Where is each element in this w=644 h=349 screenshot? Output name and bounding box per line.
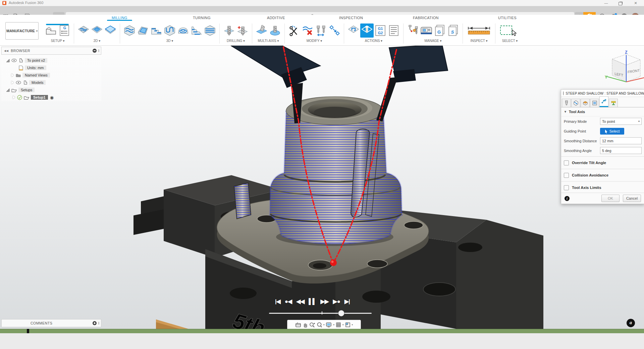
setup-sheet-icon[interactable] — [387, 23, 400, 38]
dialog-tab-passes-icon[interactable] — [590, 99, 599, 107]
post-process-icon[interactable]: G1 G2 — [374, 23, 387, 38]
smoothing-angle-input[interactable]: 5 deg — [600, 147, 642, 154]
pan-icon[interactable] — [303, 322, 308, 328]
machine-library-icon[interactable] — [420, 23, 433, 38]
tree-label[interactable]: Units: mm — [25, 65, 46, 70]
tool-axis-limits-checkbox[interactable] — [564, 185, 569, 190]
tab-additive[interactable]: ADDITIVE — [267, 16, 285, 20]
active-setup-radio-icon[interactable]: ◉ — [50, 95, 54, 100]
replace-tool-icon[interactable] — [314, 23, 328, 38]
simulate-icon[interactable] — [360, 23, 374, 38]
tree-label-selected[interactable]: Setup1 — [31, 95, 48, 100]
assistant-icon[interactable]: a — [627, 319, 635, 327]
dialog-title-bar[interactable]: STEEP AND SHALLOW : STEEP AND SHALLOW — [561, 90, 644, 97]
3d-spiral-icon[interactable] — [176, 23, 190, 38]
tab-fabrication[interactable]: FABRICATION — [413, 16, 439, 20]
workspace-selector[interactable]: MANUFACTURE▾ — [5, 22, 39, 40]
sim-next-operation-button[interactable]: ▶● — [333, 298, 340, 305]
3d-parallel-icon[interactable] — [150, 23, 163, 38]
viewports-caret[interactable]: ▾ — [352, 323, 353, 326]
expander-icon[interactable] — [13, 96, 15, 99]
generate-toolpath-icon[interactable] — [347, 23, 360, 38]
orbit-icon[interactable] — [295, 322, 301, 328]
tree-row-models[interactable]: Models — [6, 79, 101, 86]
expander-icon[interactable] — [11, 73, 14, 77]
simulation-timeline-handle[interactable] — [338, 310, 344, 316]
tree-row-named-views[interactable]: Named Views — [6, 71, 101, 79]
comments-grip[interactable]: ‖ — [98, 321, 100, 325]
browser-header[interactable]: ◀◀ BROWSER ‖ — [1, 47, 101, 55]
drill-add-icon[interactable] — [236, 23, 249, 38]
simulation-timeline-track[interactable] — [269, 313, 372, 314]
timeline-progress-bar[interactable] — [0, 329, 644, 334]
smoothing-distance-input[interactable]: 12 mm — [600, 137, 642, 144]
dialog-tab-geometry-icon[interactable] — [571, 99, 580, 107]
3d-steep-shallow-icon[interactable] — [163, 23, 176, 38]
fit-icon[interactable] — [317, 322, 322, 328]
guiding-point-select-button[interactable]: Select — [600, 128, 624, 135]
dialog-tab-tool-axis-icon[interactable] — [599, 96, 608, 107]
tree-row-units[interactable]: Units: mm — [6, 64, 101, 71]
2d-face-icon[interactable] — [77, 23, 90, 38]
viewports-icon[interactable] — [345, 322, 351, 328]
dialog-tab-linking-icon[interactable] — [609, 99, 618, 107]
sim-forward-button[interactable]: ▶▶ — [320, 298, 328, 305]
visibility-eye-icon[interactable] — [16, 81, 21, 84]
tree-label[interactable]: To point v2 — [25, 58, 47, 63]
tree-row-setups[interactable]: Setups — [6, 86, 101, 94]
visibility-eye-icon[interactable] — [11, 59, 17, 62]
grid-caret[interactable]: ▾ — [342, 323, 344, 326]
tree-row-document[interactable]: To point v2 — [6, 57, 101, 64]
tool-axis-section-header[interactable]: ▼Tool Axis — [561, 107, 644, 116]
viewcube[interactable]: Z Y X LEFT FRONT — [602, 50, 644, 88]
tree-label[interactable]: Models — [29, 80, 46, 85]
cancel-button[interactable]: Cancel — [623, 195, 641, 202]
tab-milling[interactable]: MILLING — [112, 16, 127, 20]
3d-scallop-icon[interactable] — [203, 23, 217, 38]
template-library-icon[interactable]: S — [446, 23, 460, 38]
primary-mode-dropdown[interactable]: To point▾ — [600, 118, 642, 125]
sim-prev-operation-button[interactable]: ●◀ — [285, 298, 292, 305]
sim-pause-button[interactable]: ▌▌ — [309, 298, 316, 305]
close-button[interactable]: ✕ — [630, 0, 641, 6]
post-library-icon[interactable]: G — [433, 23, 446, 38]
move-toolpath-icon[interactable] — [328, 23, 341, 38]
delete-toolpath-icon[interactable] — [301, 23, 314, 38]
flow-icon[interactable] — [268, 23, 282, 38]
collapse-browser-icon[interactable]: ◀◀ — [4, 49, 8, 52]
3d-adaptive-icon[interactable] — [123, 23, 136, 38]
3d-pocket-icon[interactable] — [136, 23, 150, 38]
sim-go-start-button[interactable]: |◀ — [275, 298, 280, 305]
tab-inspection[interactable]: INSPECTION — [339, 16, 363, 20]
browser-minimize-icon[interactable] — [93, 49, 97, 53]
measure-icon[interactable] — [466, 23, 492, 38]
layout-grid-icon[interactable] — [336, 322, 341, 328]
expander-icon[interactable] — [11, 81, 14, 84]
comments-header[interactable]: COMMENTS ‖ — [1, 319, 101, 327]
display-settings-icon[interactable] — [326, 322, 332, 328]
comments-expand-icon[interactable] — [93, 321, 97, 325]
timeline-position-marker[interactable] — [27, 329, 29, 333]
swarf-icon[interactable] — [255, 23, 268, 38]
2d-contour-icon[interactable] — [104, 23, 117, 38]
collision-avoidance-checkbox[interactable] — [564, 173, 569, 178]
window-select-icon[interactable] — [498, 23, 522, 38]
ok-button[interactable]: OK — [601, 195, 620, 202]
override-tilt-angle-checkbox[interactable] — [564, 160, 569, 165]
minimize-button[interactable]: — — [600, 0, 612, 6]
browser-grip[interactable]: ‖ — [98, 49, 100, 53]
tab-turning[interactable]: TURNING — [193, 16, 211, 20]
nc-program-icon[interactable]: G — [58, 23, 71, 38]
tool-library-icon[interactable] — [406, 23, 420, 38]
new-setup-icon[interactable] — [44, 23, 58, 38]
tree-label[interactable]: Setups — [18, 88, 35, 92]
dialog-tab-heights-icon[interactable] — [581, 99, 590, 107]
tree-label[interactable]: Named Views — [22, 73, 50, 78]
3d-morphed-spiral-icon[interactable] — [190, 23, 203, 38]
sim-go-end-button[interactable]: ▶| — [344, 298, 350, 305]
fit-caret[interactable]: ▾ — [323, 323, 325, 326]
sim-rewind-button[interactable]: ◀◀ — [296, 298, 304, 305]
tab-utilities[interactable]: UTILITIES — [498, 16, 517, 20]
display-caret[interactable]: ▾ — [333, 323, 334, 326]
zoom-icon[interactable] — [309, 322, 315, 328]
